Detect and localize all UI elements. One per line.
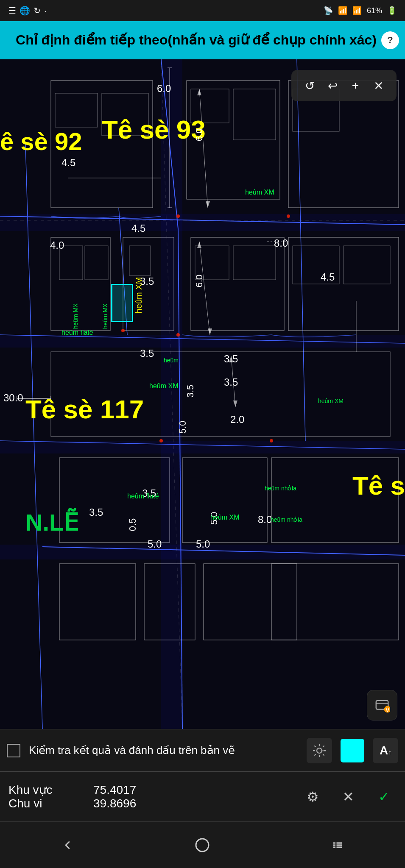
svg-rect-36 [344, 246, 390, 284]
dim-rot-y-a: heûm XM [134, 277, 144, 314]
info-bar: Khu vực 75.4017 Chu vi 39.8696 ⚙ ✕ ✓ [0, 771, 405, 821]
svg-point-53 [121, 329, 125, 332]
settings-measure-button[interactable] [307, 738, 332, 763]
svg-marker-61 [197, 242, 201, 248]
svg-marker-59 [206, 201, 210, 208]
svg-rect-28 [204, 564, 297, 640]
dim-6-0-rot-b: 6.0 [194, 275, 205, 288]
dim-6-top: 6.0 [157, 83, 171, 95]
dim-8-0-a: 8.0 [274, 237, 288, 249]
svg-point-74 [196, 839, 209, 851]
add-point-button[interactable]: + [344, 74, 367, 97]
perimeter-label: Chu vi [8, 797, 68, 810]
color-button[interactable] [341, 739, 364, 762]
menu-bars-icon [331, 839, 344, 851]
battery-icon: 🔋 [387, 6, 397, 15]
dim-0-5-rot: 0.5 [127, 518, 138, 531]
svg-line-7 [0, 335, 405, 343]
svg-line-4 [297, 59, 305, 441]
svg-rect-31 [85, 246, 108, 280]
checkbox[interactable] [7, 744, 20, 757]
status-left: ☰ 🌐 ↻ · [8, 6, 47, 16]
info-close-button[interactable]: ✕ [335, 784, 361, 810]
svg-line-9 [42, 547, 405, 555]
area-label: Khu vực [8, 783, 68, 797]
svg-line-8 [0, 441, 405, 449]
map-area[interactable]: ê sè 92 Tê sè 93 Tê sè 117 Tê s N.LẼ 6.0… [0, 59, 405, 729]
status-bar: ☰ 🌐 ↻ · 📡 📶 📶 61% 🔋 [0, 0, 405, 21]
signal-icon: 📶 [352, 6, 362, 15]
perimeter-value: 39.8696 [93, 797, 136, 810]
help-button[interactable]: ? [381, 31, 399, 49]
home-icon [195, 837, 210, 853]
globe-icon: 🌐 [20, 6, 30, 16]
battery-label: 61% [367, 6, 382, 15]
svg-rect-15 [233, 89, 276, 140]
dim-3-5-f: 3.5 [89, 506, 103, 518]
dim-30-0: 30.0 [3, 392, 23, 404]
svg-rect-11 [55, 93, 98, 127]
svg-line-6 [0, 216, 405, 225]
dim-2-0: 2.0 [230, 414, 244, 426]
green-label-3: heûm XM [210, 514, 239, 521]
header-bar: Chỉ định điểm tiếp theo(nhấn và giữ để c… [0, 21, 405, 59]
rotate-button[interactable]: ↺ [298, 74, 321, 97]
dim-6-0-rot-a: 6.0 [194, 128, 205, 142]
refresh-icon: ↻ [34, 6, 41, 16]
perimeter-row: Chu vi 39.8696 [8, 797, 291, 810]
font-button[interactable]: A↑ [373, 738, 398, 763]
svg-point-54 [287, 214, 290, 218]
toolbar: ↺ ↩ + ✕ [291, 70, 397, 101]
svg-line-60 [199, 242, 210, 335]
nav-bar [0, 821, 405, 868]
home-button[interactable] [185, 828, 219, 862]
svg-rect-73 [321, 750, 326, 751]
svg-rect-32 [129, 246, 151, 275]
fab-button[interactable]: V [367, 690, 397, 721]
fab-icon: V [374, 697, 390, 713]
green-label-9: heûm nhỏIa [271, 516, 302, 523]
back-button[interactable] [50, 828, 84, 862]
dim-4-5-c: 4.5 [321, 271, 335, 283]
close-toolbar-button[interactable]: ✕ [367, 74, 390, 97]
green-label-8: heûm nhỏIa [265, 485, 296, 492]
svg-rect-21 [288, 237, 399, 331]
dim-4-5-a: 4.5 [61, 157, 75, 169]
dim-5-0-a: 5.0 [148, 538, 162, 550]
svg-rect-48 [0, 335, 405, 348]
green-label-11: heûm XM [318, 398, 344, 404]
dim-8-0-b: 8.0 [258, 514, 272, 526]
bottom-label: Kiểm tra kết quả và đánh dấu trên bản vẽ [29, 743, 298, 758]
font-label: A↑ [380, 744, 391, 757]
wifi-icon: 📶 [338, 6, 347, 15]
label-117: Tê sè 117 [25, 394, 144, 424]
area-value: 75.4017 [93, 783, 136, 797]
svg-rect-34 [233, 246, 276, 280]
area-row: Khu vực 75.4017 [8, 783, 291, 797]
svg-point-55 [159, 439, 163, 442]
svg-point-51 [176, 214, 180, 218]
green-label-6: heûm MX [72, 303, 79, 329]
label-te: Tê s [352, 470, 405, 501]
svg-point-52 [176, 333, 180, 337]
green-label-7: heûm MX [102, 303, 109, 329]
dim-3-5-d: 3.5 [224, 376, 238, 388]
menu-button[interactable] [321, 828, 355, 862]
info-confirm-button[interactable]: ✓ [371, 784, 397, 810]
green-label-4: heûm flaté [61, 329, 93, 337]
dim-5-0-b: 5.0 [196, 538, 210, 550]
dot-icon: · [44, 6, 47, 16]
label-92: ê sè 92 [0, 127, 82, 156]
dim-3-5-c: 3.5 [224, 353, 238, 365]
svg-rect-27 [144, 564, 195, 640]
undo-button[interactable]: ↩ [321, 74, 344, 97]
svg-marker-65 [233, 401, 237, 407]
info-settings-button[interactable]: ⚙ [300, 784, 325, 810]
label-nle: N.LẼ [25, 509, 78, 536]
svg-line-57 [199, 89, 208, 208]
svg-line-37 [161, 59, 182, 729]
svg-rect-26 [59, 564, 136, 640]
menu-icon: ☰ [8, 6, 16, 16]
dim-5-0-rot-a: 5.0 [177, 421, 188, 434]
cast-icon: 📡 [324, 6, 333, 15]
